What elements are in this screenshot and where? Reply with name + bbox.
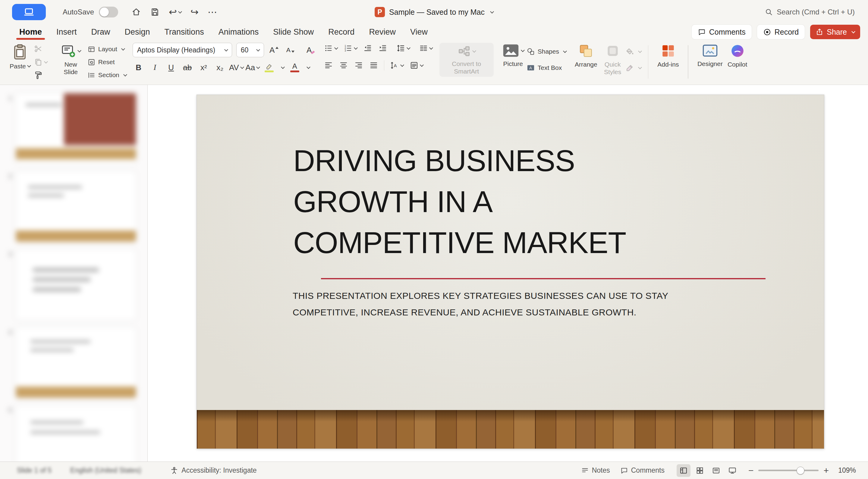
view-slideshow-button[interactable]: [725, 464, 739, 477]
italic-button[interactable]: I: [149, 61, 161, 73]
notes-toggle[interactable]: Notes: [581, 466, 610, 475]
slide-thumbnail-3[interactable]: 3: [0, 249, 147, 320]
new-slide-button[interactable]: New Slide: [54, 43, 87, 76]
designer-copilot-group: Designer Copilot: [695, 43, 749, 81]
zoom-out-button[interactable]: −: [748, 466, 754, 475]
tab-view[interactable]: View: [403, 24, 435, 40]
section-button[interactable]: Section: [87, 69, 127, 81]
justify-button[interactable]: [368, 60, 379, 71]
superscript-button[interactable]: x²: [198, 61, 210, 73]
designer-button[interactable]: Designer: [695, 43, 725, 68]
bullets-button[interactable]: [323, 43, 338, 54]
redo-button[interactable]: ↪: [190, 7, 198, 17]
undo-button[interactable]: ↩: [169, 7, 181, 17]
slide-thumbnail-2[interactable]: 2: [0, 171, 147, 242]
copy-button[interactable]: [33, 57, 48, 67]
format-painter-icon: [34, 71, 43, 80]
tab-slide-show[interactable]: Slide Show: [266, 24, 321, 40]
clear-formatting-button[interactable]: A: [305, 44, 317, 56]
text-box-button[interactable]: A Text Box: [527, 62, 566, 73]
slide-title-textbox[interactable]: DRIVING BUSINESS GROWTH IN A COMPETITIVE…: [293, 140, 685, 263]
zoom-slider-knob[interactable]: [797, 467, 804, 475]
arrange-button[interactable]: Arrange: [572, 43, 600, 69]
slide-thumbnail-1[interactable]: 1: [0, 93, 147, 164]
shape-fill-button[interactable]: [626, 46, 641, 57]
tab-design[interactable]: Design: [118, 24, 157, 40]
app-window-icon[interactable]: [12, 4, 46, 20]
slide-subtitle-textbox[interactable]: THIS PRESENTATION EXPLORES KEY STRATEGIE…: [293, 288, 715, 321]
comments-button[interactable]: Comments: [692, 25, 752, 39]
tab-insert[interactable]: Insert: [49, 24, 84, 40]
slide-thumbnail-5[interactable]: 5: [0, 405, 147, 461]
quick-styles-button[interactable]: Quick Styles: [600, 43, 626, 76]
align-left-button[interactable]: [323, 60, 334, 71]
record-button[interactable]: Record: [757, 25, 805, 39]
slide-editor[interactable]: DRIVING BUSINESS GROWTH IN A COMPETITIVE…: [196, 95, 824, 449]
accessibility-label: Accessibility: Investigate: [181, 466, 256, 475]
numbering-button[interactable]: 1 2 3: [343, 43, 358, 54]
undo-dropdown-chevron-icon[interactable]: [178, 10, 182, 13]
tab-draw[interactable]: Draw: [84, 24, 118, 40]
tab-animations[interactable]: Animations: [211, 24, 266, 40]
addins-button[interactable]: Add-ins: [655, 43, 681, 69]
ellipsis-icon: ⋯: [208, 7, 217, 17]
subscript-button[interactable]: x₂: [214, 61, 226, 73]
paste-button[interactable]: Paste: [7, 43, 33, 70]
font-color-button[interactable]: A: [288, 63, 301, 72]
font-name-select[interactable]: Aptos Display (Headings): [133, 43, 232, 57]
document-title-cluster[interactable]: P Sample — Saved to my Mac: [375, 0, 493, 24]
font-size-select[interactable]: 60: [236, 43, 264, 57]
align-text-button[interactable]: [409, 60, 424, 71]
thumb-text-line: [28, 194, 64, 197]
view-normal-button[interactable]: [677, 464, 690, 477]
underline-button[interactable]: U: [165, 61, 177, 73]
strikethrough-button[interactable]: ab: [181, 61, 193, 73]
accessibility-status[interactable]: Accessibility: Investigate: [170, 466, 256, 475]
layout-button[interactable]: Layout: [87, 43, 127, 55]
save-button[interactable]: [150, 7, 160, 17]
view-reading-button[interactable]: [709, 464, 723, 477]
tab-home[interactable]: Home: [12, 24, 49, 40]
columns-button[interactable]: [418, 43, 433, 54]
paragraph-group: 1 2 3: [323, 43, 433, 81]
grow-font-button[interactable]: A: [268, 44, 280, 56]
cut-button[interactable]: [33, 43, 48, 54]
align-center-button[interactable]: [338, 60, 349, 71]
autosave-toggle[interactable]: [99, 7, 118, 18]
increase-indent-button[interactable]: [377, 43, 388, 54]
highlight-chevron-icon[interactable]: [281, 65, 285, 69]
comments-toggle[interactable]: Comments: [620, 466, 664, 475]
line-spacing-button[interactable]: [396, 43, 411, 54]
decrease-indent-button[interactable]: [362, 43, 373, 54]
tab-transitions[interactable]: Transitions: [157, 24, 211, 40]
reset-button[interactable]: Reset: [87, 56, 127, 68]
zoom-in-button[interactable]: +: [824, 466, 829, 475]
character-spacing-button[interactable]: AV: [230, 61, 242, 73]
shape-outline-button[interactable]: [626, 62, 641, 73]
title-dropdown-chevron-icon[interactable]: [490, 10, 494, 13]
slide-thumbnail-4[interactable]: 4: [0, 327, 147, 398]
change-case-button[interactable]: Aa: [247, 61, 258, 73]
tab-record[interactable]: Record: [321, 24, 362, 40]
shrink-font-button[interactable]: A: [284, 44, 297, 56]
home-button[interactable]: [131, 7, 141, 17]
shapes-button[interactable]: Shapes: [527, 46, 566, 57]
more-commands-button[interactable]: ⋯: [208, 7, 217, 17]
format-painter-button[interactable]: [33, 70, 48, 81]
language-status[interactable]: English (United States): [70, 466, 141, 475]
align-right-button[interactable]: [353, 60, 364, 71]
share-button[interactable]: Share: [810, 25, 860, 39]
copilot-button[interactable]: Copilot: [725, 43, 749, 69]
convert-smartart-button[interactable]: Convert to SmartArt: [439, 43, 494, 77]
text-direction-button[interactable]: A: [389, 60, 404, 71]
paste-chevron-icon: [27, 64, 31, 67]
tab-review[interactable]: Review: [362, 24, 403, 40]
search-field[interactable]: Search (Cmd + Ctrl + U): [765, 0, 855, 24]
bold-button[interactable]: B: [133, 61, 145, 73]
highlight-color-button[interactable]: [263, 63, 276, 72]
view-slide-sorter-button[interactable]: [693, 464, 707, 477]
picture-button[interactable]: Picture: [500, 43, 527, 68]
zoom-slider[interactable]: [758, 470, 818, 471]
font-color-chevron-icon[interactable]: [307, 65, 310, 69]
zoom-level[interactable]: 109%: [834, 466, 856, 475]
